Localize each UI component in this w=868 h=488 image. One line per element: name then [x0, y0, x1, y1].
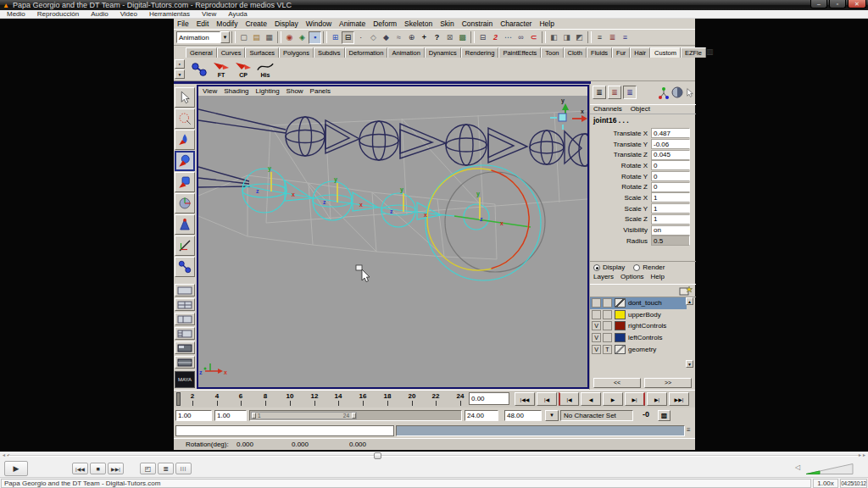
options-menu[interactable]: Options [620, 273, 644, 283]
maya-menu-help[interactable]: Help [539, 19, 554, 28]
layout-list3-icon[interactable]: ≣ [623, 86, 637, 99]
shelf-tab-surfaces[interactable]: Surfaces [245, 47, 279, 58]
shelf-tab-polygons[interactable]: Polygons [279, 47, 314, 58]
snap-grid-icon[interactable]: ⊞ [329, 31, 342, 44]
render-sphere-icon[interactable] [671, 86, 684, 99]
menu-set-dropdown-icon[interactable]: ▼ [220, 31, 230, 43]
status-separator[interactable] [587, 31, 592, 43]
layer-name[interactable]: upperBody [628, 311, 661, 319]
playback-speed[interactable]: 1.00x [813, 479, 838, 488]
shelf-cycle-button[interactable]: ‣ [175, 59, 185, 69]
animation-end-field[interactable]: 48.00 [504, 410, 542, 421]
timeline-tick[interactable]: 4 [207, 392, 227, 400]
shelf-menu-button[interactable]: ▼ [175, 69, 185, 79]
shelf-tab-fur[interactable]: Fur [612, 47, 630, 58]
channel-row[interactable]: Rotate Y0 [590, 171, 693, 182]
grid-options-icon[interactable]: ⊟ [476, 31, 489, 44]
status-separator[interactable] [470, 31, 475, 43]
timeline-tick[interactable]: 18 [377, 392, 398, 400]
minimize-button[interactable]: – [810, 0, 827, 8]
layout-list2-icon[interactable]: ≣ [608, 86, 621, 99]
step-back-frame-button[interactable]: |◀ [537, 392, 557, 406]
layer-visibility-box[interactable] [592, 310, 601, 319]
panel-menu-panels[interactable]: Panels [310, 87, 331, 95]
vlc-menu-audio[interactable]: Audio [91, 10, 108, 18]
tool-settings-toggle-icon[interactable]: ≣ [606, 31, 619, 44]
speaker-icon[interactable]: ◁ [795, 463, 800, 471]
snap-options-icon[interactable]: ⋯ [502, 31, 515, 44]
current-time-marker[interactable] [176, 392, 181, 406]
construction-history-icon[interactable]: + [418, 31, 431, 44]
maya-menu-file[interactable]: File [177, 19, 189, 28]
timeline-tick[interactable]: 20 [402, 392, 422, 400]
seek-forward-icon[interactable]: ►► [858, 452, 866, 458]
snap-surface-icon[interactable]: ◆ [380, 31, 392, 44]
go-to-end-button[interactable]: ▶▶| [669, 392, 689, 406]
open-scene-icon[interactable]: ▤ [250, 31, 263, 44]
channel-row-selected[interactable]: Radius0.5 [590, 236, 693, 247]
shelf-tab-toon[interactable]: Toon [541, 47, 563, 58]
layer-scroll-up[interactable]: ▲ [686, 297, 693, 305]
previous-button[interactable]: |◀◀ [72, 463, 88, 474]
range-start-handle[interactable] [252, 413, 256, 419]
layer-visibility-box[interactable]: V [592, 345, 601, 354]
layer-visibility-box[interactable]: V [592, 321, 601, 330]
timeline-tick[interactable]: 24 [450, 392, 470, 400]
play-button[interactable]: ▶ [4, 461, 28, 476]
close-button[interactable]: ✕ [848, 0, 866, 8]
maya-menu-animate[interactable]: Animate [339, 19, 365, 28]
layout-two-pane-button[interactable] [175, 313, 195, 325]
snap-point-icon[interactable]: ∙ [354, 31, 367, 44]
layer-row-dont-touch[interactable]: dont_touch [590, 297, 687, 309]
ipr-render-icon[interactable]: ◨ [560, 31, 573, 44]
status-separator[interactable] [542, 31, 546, 43]
timeline-tick[interactable]: 6 [231, 392, 251, 400]
layer-name[interactable]: leftControls [628, 334, 662, 341]
playback-end-field[interactable]: 24.00 [465, 410, 498, 421]
layout-single-pane-button[interactable] [175, 284, 195, 297]
go-to-start-button[interactable]: |◀◀ [515, 392, 535, 406]
shelf-item-ft[interactable]: FT [211, 59, 231, 80]
character-set-dropdown-icon[interactable]: ▼ [545, 410, 559, 421]
help-icon[interactable]: ? [431, 31, 443, 44]
shelf-tab-painteffects[interactable]: PaintEffects [498, 47, 541, 58]
status-separator[interactable] [277, 31, 281, 43]
render-settings-icon[interactable]: ◩ [573, 31, 586, 44]
panel-menu-shading[interactable]: Shading [224, 87, 248, 95]
panel-menu-show[interactable]: Show [287, 87, 303, 95]
layer-type-box[interactable] [603, 333, 612, 342]
input-connections-icon[interactable]: ⊕ [405, 31, 418, 44]
maya-menu-skeleton[interactable]: Skeleton [404, 19, 432, 28]
shelf-tab-ezfle[interactable]: EZFle [681, 47, 706, 58]
snap-together-icon[interactable]: 2 [489, 31, 502, 44]
shelf-tab-general[interactable]: General [186, 47, 217, 58]
layout-persp-outliner-button[interactable] [175, 327, 195, 340]
step-forward-frame-button[interactable]: ▶| [647, 392, 667, 406]
step-forward-key-button[interactable]: ▶| [625, 392, 645, 406]
channel-row[interactable]: Rotate Z0 [590, 181, 693, 192]
show-manipulator-tool-button[interactable] [175, 236, 195, 256]
shelf-tab-hair[interactable]: Hair [630, 47, 650, 58]
channel-row[interactable]: Scale Y1 [590, 203, 693, 214]
play-forwards-button[interactable]: ▶ [603, 392, 623, 406]
layout-four-pane-button[interactable] [175, 298, 195, 311]
volume-slider[interactable] [805, 463, 854, 475]
stop-button[interactable]: ■ [90, 463, 106, 474]
shelf-tab-curves[interactable]: Curves [217, 47, 246, 58]
select-hierarchy-icon[interactable]: ◉ [283, 31, 296, 44]
timeline-tick[interactable]: 8 [255, 392, 275, 400]
status-separator[interactable] [323, 31, 327, 43]
shelf-tab-rendering[interactable]: Rendering [461, 47, 499, 58]
highlight-icon[interactable]: ▩ [456, 31, 469, 44]
auto-key-icon[interactable]: -0 [637, 410, 655, 421]
range-slider[interactable]: 1 24 [249, 410, 462, 421]
timeline-tick[interactable]: 14 [328, 392, 348, 400]
layout-graph-editor-button[interactable] [175, 356, 195, 369]
vlc-menu-medio[interactable]: Medio [7, 10, 25, 18]
layer-color-swatch[interactable] [615, 333, 626, 342]
layer-type-box[interactable] [603, 310, 612, 319]
time-display[interactable]: 04:25/10:12 [840, 479, 867, 488]
display-radio-label[interactable]: Display [603, 263, 625, 271]
shelf-tab-animation[interactable]: Animation [387, 47, 424, 58]
layer-visibility-box[interactable] [592, 298, 601, 308]
